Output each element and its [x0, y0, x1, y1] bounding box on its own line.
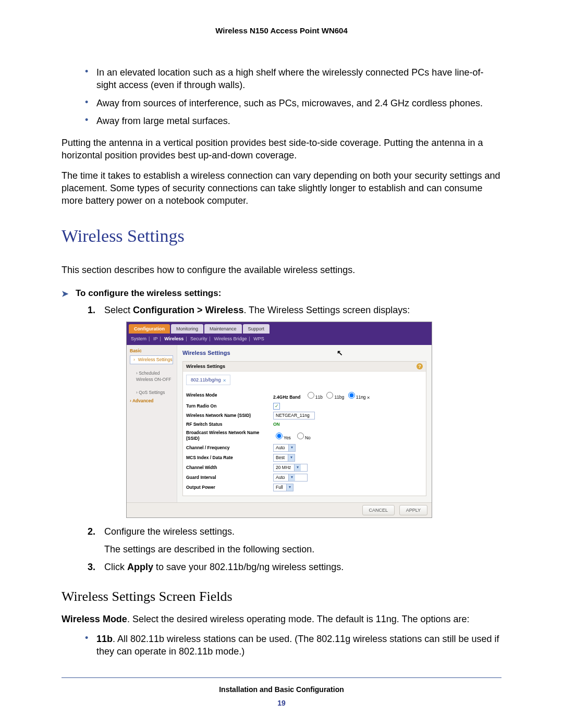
subsection-heading-fields: Wireless Settings Screen Fields	[62, 587, 501, 606]
admin-tab-support[interactable]: Support	[243, 324, 270, 334]
label-channel-width: Channel Width	[183, 463, 270, 473]
paragraph: The time it takes to establish a wireles…	[62, 169, 501, 207]
bullet-item: Away from large metal surfaces.	[85, 115, 501, 127]
label-rf-status: RF Switch Status	[183, 421, 270, 428]
admin-subnav: System| IP| Wireless| Security| Wireless…	[127, 334, 432, 345]
label-mcs: MCS Index / Data Rate	[183, 453, 270, 463]
page-header: Wireless N150 Access Point WN604	[62, 26, 501, 35]
subnav-item[interactable]: System	[131, 336, 146, 341]
step-text: to save your 802.11b/bg/ng wireless sett…	[153, 562, 344, 572]
step-3: Click Apply to save your 802.11b/bg/ng w…	[88, 561, 501, 573]
admin-tab-configuration[interactable]: Configuration	[129, 324, 170, 334]
value-rf-status: ON	[273, 422, 280, 427]
sidebar-item-scheduled[interactable]: › Scheduled Wireless ON-OFF	[130, 369, 177, 384]
admin-screenshot: Configuration Monitoring Maintenance Sup…	[126, 322, 432, 518]
radio-11bg[interactable]	[326, 392, 333, 399]
select-mcs[interactable]: Best▾	[273, 454, 295, 462]
group-title: Wireless Settings	[186, 363, 225, 369]
subnav-item[interactable]: WPS	[253, 336, 264, 341]
chevron-down-icon: ▾	[288, 445, 295, 451]
procedure-title: To configure the wireless settings:	[76, 288, 221, 300]
radio-broadcast-no[interactable]	[297, 433, 304, 439]
sidebar-item-qos[interactable]: › QoS Settings	[130, 389, 177, 397]
field-name: Wireless Mode	[62, 614, 127, 624]
sidebar-group-basic[interactable]: Basic	[130, 347, 177, 355]
label-output-power: Output Power	[183, 483, 270, 492]
step-text: Configure the wireless settings.	[104, 526, 235, 537]
paragraph: Putting the antenna in a vertical positi…	[62, 137, 501, 162]
option-name: 11b	[96, 634, 113, 644]
step-2: Configure the wireless settings. The set…	[88, 525, 501, 556]
admin-tab-maintenance[interactable]: Maintenance	[204, 324, 242, 334]
sidebar-item-advanced[interactable]: › Advanced	[130, 397, 177, 405]
radio-11ng[interactable]	[348, 392, 355, 399]
wifi-icon: ⨉	[366, 394, 370, 400]
step-bold: Apply	[127, 562, 153, 572]
input-ssid[interactable]: NETGEAR_11ng	[273, 412, 315, 419]
mode-tab[interactable]: 802.11b/bg/ng⨉	[186, 375, 230, 385]
procedure-heading: ➤ To configure the wireless settings:	[62, 288, 501, 300]
select-output-power[interactable]: Full▾	[273, 484, 293, 491]
settings-form: Wireless Mode 2.4GHz Band 11b 11bg 11ng …	[183, 389, 426, 492]
select-channel-width[interactable]: 20 MHz▾	[273, 464, 308, 472]
admin-sidebar: Basic › Wireless Settings › Scheduled Wi…	[127, 345, 177, 502]
bullet-item: 11b. All 802.11b wireless stations can b…	[85, 633, 501, 658]
help-icon[interactable]: ?	[417, 363, 423, 369]
subnav-item[interactable]: Wireless Bridge	[214, 336, 247, 341]
radio-group-broadcast[interactable]: Yes No	[270, 429, 426, 443]
panel-title: Wireless Settings	[182, 349, 230, 357]
chevron-down-icon: ▾	[288, 474, 295, 481]
step-text: . The Wireless Settings screen displays:	[243, 305, 410, 315]
footer-page-number: 19	[0, 699, 563, 707]
chevron-down-icon: ▾	[286, 484, 293, 491]
label-broadcast-ssid: Broadcast Wireless Network Name (SSID)	[183, 429, 270, 443]
label-ssid: Wireless Network Name (SSID)	[183, 411, 270, 421]
select-channel[interactable]: Auto▾	[273, 444, 296, 452]
footer-rule	[62, 677, 501, 678]
cancel-button[interactable]: CANCEL	[362, 505, 395, 515]
step-bold: Configuration > Wireless	[133, 305, 243, 315]
subnav-item-active[interactable]: Wireless	[164, 336, 183, 341]
bullet-item: In an elevated location such as a high s…	[85, 66, 501, 92]
chevron-down-icon: ▾	[288, 454, 295, 461]
admin-tab-monitoring[interactable]: Monitoring	[171, 324, 203, 334]
label-turn-radio-on: Turn Radio On	[183, 402, 270, 411]
label-wireless-mode: Wireless Mode	[183, 389, 270, 401]
field-description: Wireless Mode. Select the desired wirele…	[62, 613, 501, 625]
admin-tabbar: Configuration Monitoring Maintenance Sup…	[127, 322, 432, 334]
select-guard-interval[interactable]: Auto▾	[273, 474, 308, 482]
step-1: Select Configuration > Wireless. The Wir…	[88, 304, 501, 518]
step-text: Select	[104, 305, 133, 315]
placement-bullets: In an elevated location such as a high s…	[85, 66, 501, 127]
mode-options-list: 11b. All 802.11b wireless stations can b…	[85, 633, 501, 658]
footer-chapter-title: Installation and Basic Configuration	[0, 685, 563, 694]
bullet-item: Away from sources of interference, such …	[85, 97, 501, 109]
chevron-right-icon: ➤	[62, 288, 68, 300]
step-subtext: The settings are described in the follow…	[104, 543, 501, 556]
apply-button[interactable]: APPLY	[399, 505, 427, 515]
subnav-item[interactable]: IP	[153, 336, 158, 341]
section-intro: This section describes how to configure …	[62, 264, 501, 276]
checkbox-turn-radio[interactable]: ✓	[273, 403, 280, 410]
radio-11b[interactable]	[308, 392, 314, 399]
label-guard-interval: Guard Interval	[183, 473, 270, 483]
sidebar-item-wireless-settings[interactable]: › Wireless Settings	[130, 355, 173, 364]
label-channel: Channel / Frequency	[183, 443, 270, 453]
wifi-icon: ⨉	[223, 377, 226, 382]
radio-broadcast-yes[interactable]	[276, 433, 283, 439]
chevron-down-icon: ▾	[294, 464, 301, 471]
subnav-item[interactable]: Security	[190, 336, 207, 341]
step-text: Click	[104, 562, 127, 572]
section-heading-wireless-settings: Wireless Settings	[62, 224, 501, 248]
radio-group-wireless-mode[interactable]: 2.4GHz Band 11b 11bg 11ng ⨉	[270, 389, 426, 401]
cursor-icon: ↖	[337, 348, 343, 358]
